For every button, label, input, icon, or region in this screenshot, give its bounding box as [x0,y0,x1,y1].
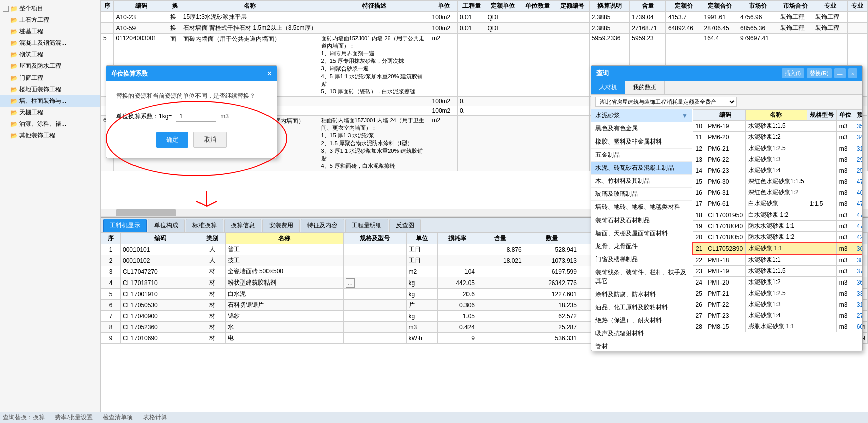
category-pipe[interactable]: 管材 [591,340,692,351]
query-table-row[interactable]: 18 CL17001950 白水泥砂浆 1:2 m3 477.99 [693,209,862,221]
tab-swap-info[interactable]: 换算信息 [224,219,261,232]
tab-renmaiji[interactable]: 人材机 [591,81,625,94]
query-table-row[interactable]: 28 PM8-15 膨胀水泥砂浆 1:1 m3 607.49 [693,321,862,332]
brow-unit: m2 [406,266,437,277]
query-table-row[interactable]: 10 PM6-19 水泥砂浆1:1.5 m3 351.83 [693,121,862,132]
minimize-button[interactable]: — [834,68,846,78]
tab-standard-calc[interactable]: 标准换算 [186,219,223,232]
qrow-price: 338.16 [854,288,862,299]
root-checkbox[interactable] [3,6,9,12]
insert-button[interactable]: 插入(I) [782,68,804,78]
category-rubber[interactable]: 橡胶、塑料及非金属材料 [591,135,692,149]
dialog-close-button[interactable]: × [267,69,272,78]
sidebar-item-floor[interactable]: 📂 楼地面装饰工程 [0,84,100,95]
brow-spec [343,322,406,333]
query-table-row[interactable]: 17 PM6-61 白水泥砂浆 1:1.5 m3 477.99 [693,198,862,209]
category-cement[interactable]: 水泥、砖瓦砂石及混凝土制品 [591,162,692,175]
tab-install-fee[interactable]: 安装费用 [262,219,300,232]
close-panel-button[interactable]: × [848,68,857,78]
query-table-row[interactable]: 26 PMT-22 水泥砂浆1:3 m3 310.52 [693,299,862,310]
sidebar-item-other[interactable]: 📂 其他装饰工程 [0,130,100,142]
query-table-row[interactable]: 22 PMT-18 水泥砂浆1:1 m3 385.43 [693,254,862,266]
query-table-row[interactable]: 12 PM6-21 水泥砂浆1:2.5 m3 317.79 [693,143,862,154]
brow-loss [438,255,477,266]
sidebar-item-wallcol[interactable]: 📂 墙、柱面装饰与... [0,95,100,107]
conversion-factor-input[interactable] [176,111,216,122]
status-item-2[interactable]: 费率/批量设置 [55,413,93,422]
qrow-code: PM8-15 [705,321,746,332]
category-ceiling[interactable]: 墙面、天棚及屋面饰面材料 [591,227,692,240]
row-deftotal: 1991.61 [702,12,738,23]
category-oil[interactable]: 油品、化工原料及胶粘材料 [591,301,692,314]
tab-mydata[interactable]: 我的数据 [625,81,665,94]
sidebar-item-ceiling[interactable]: 📂 天棚工程 [0,107,100,118]
query-table-row[interactable]: 19 CL17018040 防水水泥砂浆 1:1 m3 473.28 [693,221,862,232]
query-table-row[interactable]: 16 PM6-31 深红色水泥砂浆1:2 m3 464.58 [693,187,862,198]
cancel-button[interactable]: 取消 [193,132,227,148]
category-decoration[interactable]: 装饰线条、装饰件、栏杆、扶手及其它 [591,266,692,288]
col-header-specialty2: 专业 [847,1,867,12]
quota-dropdown[interactable]: 湖北省房屋建筑与装饰工程消耗量定额及全费产 [595,97,737,107]
sidebar-item-doors[interactable]: 📂 门窗工程 [0,72,100,84]
row-defcode [555,116,589,171]
category-hardware[interactable]: 五金制品 [591,149,692,162]
category-paint[interactable]: 涂料及防腐、防水材料 [591,288,692,301]
edit-button[interactable]: ... [346,278,355,288]
category-insulation[interactable]: 绝热（保温）、耐火材料 [591,314,692,327]
query-table-row[interactable]: 24 PMT-20 水泥砂浆1:2 m3 361.82 [693,277,862,288]
query-table-row[interactable]: 14 PM6-23 水泥砂浆1:4 m3 255.71 [693,165,862,176]
query-table-row[interactable]: 13 PM6-22 水泥砂浆1:3 m3 290.15 [693,154,862,165]
bcol-header-content: 含量 [477,233,524,244]
category-glass[interactable]: 玻璃及玻璃制品 [591,188,692,201]
sidebar-item-foundation[interactable]: 📂 桩基工程 [0,26,100,37]
sidebar-item-paint[interactable]: 📂 油漆、涂料、裱... [0,118,100,130]
brow-unit: 工日 [406,244,437,255]
qrow-code: PMT-19 [705,266,746,277]
dialog-question-text: 替换的资源和当前资源的单位不同，是否继续替换？ [116,91,266,101]
qrow-spec [807,277,836,288]
brow-qty: 528.941 [524,244,579,255]
sidebar-item-roofing[interactable]: 📂 屋面及防水工程 [0,60,100,72]
query-table-row[interactable]: 20 CL17018050 防水水泥砂浆 1:2 m3 421.26 [693,232,862,243]
tab-check[interactable]: 反查图 [389,219,421,232]
row-desc [319,12,430,23]
table-row[interactable]: A10-23 换 15厚1:3水泥砂浆抹平层 100m2 0.01 QDL 2.… [101,12,868,23]
query-results-area[interactable]: 编码 名称 规格型号 单位 预算价 10 PM6-19 水泥砂浆1:1.5 [692,109,862,351]
category-door-window[interactable]: 门窗及楼梯制品 [591,253,692,266]
confirm-button[interactable]: 确定 [156,132,188,148]
category-stone[interactable]: 装饰石材及石材制品 [591,214,692,227]
category-metals[interactable]: 黑色及有色金属 [591,122,692,135]
brow-type: 人 [199,244,226,255]
tab-features[interactable]: 特征及内容 [301,219,344,232]
sidebar-item-root[interactable]: 📁 整个项目 [0,3,100,14]
qrow-price: 475.03 [854,176,862,187]
filter-icon[interactable]: ▼ [682,112,688,119]
sidebar-item-masonry[interactable]: 📂 砌筑工程 [0,49,100,60]
row-desc [319,97,430,106]
query-table-row[interactable]: 21 CL17052890 水泥砂浆 1:1 m3 365.07 [693,243,862,254]
tab-qty-detail[interactable]: 工程量明细 [345,219,388,232]
tab-labor[interactable]: 工料机显示 [103,219,147,232]
qrow-num: 21 [693,243,705,254]
query-table-row[interactable]: 15 PM6-30 深红色水泥砂浆1:1.5 m3 475.03 [693,176,862,187]
qrow-name: 白水泥砂浆 [746,198,807,209]
query-table-row[interactable]: 27 PMT-23 水泥砂浆1:4 m3 276.08 [693,310,862,321]
status-item-4[interactable]: 表格计算 [143,413,167,422]
query-table-row[interactable]: 25 PMT-21 水泥砂浆1:2.5 m3 338.16 [693,288,862,299]
query-table-row[interactable]: 23 PMT-19 水泥砂浆1:1.5 m3 372.2 [693,266,862,277]
query-table-row[interactable]: 11 PM6-20 水泥砂浆1:2 m3 341.45 [693,132,862,143]
sidebar-item-earthwork[interactable]: 📂 土石方工程 [0,14,100,26]
category-wood[interactable]: 木、竹材料及其制品 [591,175,692,188]
category-tile[interactable]: 墙砖、地砖、地板、地毯类材料 [591,201,692,214]
sidebar-item-concrete[interactable]: 📂 混凝土及钢筋混... [0,37,100,49]
qrow-unit: m3 [836,198,854,209]
tab-composition[interactable]: 单位构成 [148,219,185,232]
category-keel[interactable]: 龙骨、龙骨配件 [591,240,692,253]
qrow-code: PM6-22 [705,154,746,165]
status-item-1[interactable]: 查询替换：换算 [3,413,45,422]
status-item-3[interactable]: 检查清单项 [103,413,133,422]
table-row[interactable]: A10-59 换 石材墙面 背栓式干挂石材 1.5m2以上（3.5cm厚） 10… [101,23,868,34]
brow-content [477,277,524,289]
replace-button[interactable]: 替换(R) [807,68,831,78]
category-sound[interactable]: 吸声及抗辐射材料 [591,327,692,340]
